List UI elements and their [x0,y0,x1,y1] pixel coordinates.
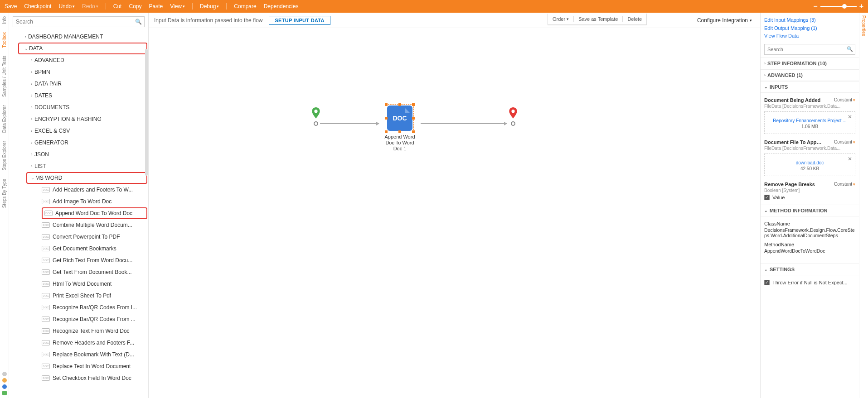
section-step-information[interactable]: ›STEP INFORMATION (10) [761,58,859,69]
cut-button[interactable]: Cut [113,3,122,10]
search-icon[interactable]: 🔍 [135,19,142,25]
tree-encryption[interactable]: ›ENCRYPTION & HASHING [9,113,148,125]
edit-output-mapping-link[interactable]: Edit Output Mapping (1) [764,24,855,33]
delete-button[interactable]: Delete [623,14,646,24]
section-advanced[interactable]: ›ADVANCED (1) [761,69,859,81]
doc-file-type: FileData [DecisionsFramework.Data... [764,146,855,151]
doc-file-filebox[interactable]: ✕ download.doc 42.50 KB [764,153,855,176]
zoom-control[interactable]: − + [813,2,863,10]
tree-generator[interactable]: ›GENERATOR [9,137,148,149]
status-icon [2,372,7,376]
tree-leaf[interactable]: DOCRemove Headers and Footers F... [9,337,148,349]
value-checkbox[interactable]: ✓Value [764,195,855,200]
steps-by-type-tab[interactable]: Steps By Type [1,178,8,209]
end-pin-icon [509,107,517,119]
save-button[interactable]: Save [5,3,17,10]
debug-menu[interactable]: Debug▾ [200,3,219,10]
view-flow-data-link[interactable]: View Flow Data [764,32,855,40]
tree-datapair[interactable]: ›DATA PAIR [9,78,148,90]
tree-list[interactable]: ›LIST [9,160,148,172]
tree-leaf[interactable]: DOCGet Text From Document Book... [9,266,148,278]
edit-input-mappings-link[interactable]: Edit Input Mappings (3) [764,16,855,24]
tree-dates[interactable]: ›DATES [9,90,148,101]
properties-search-input[interactable] [764,44,855,55]
tree-advanced[interactable]: ›ADVANCED [9,54,148,66]
data-explorer-tab[interactable]: Data Explorer [1,104,8,134]
save-as-template-button[interactable]: Save as Template [574,14,622,24]
scrollbar[interactable] [145,49,148,176]
append-word-doc-node[interactable]: DOC Append Word Doc To Word Doc 1 [381,104,418,152]
tree-excel[interactable]: ›EXCEL & CSV [9,125,148,137]
end-node[interactable] [509,107,517,126]
tree-leaf[interactable]: DOCRecognize Bar/QR Codes From ... [9,313,148,325]
tree-leaf[interactable]: DOCCombine Multiple Word Docum... [9,219,148,231]
methodname-value: AppendWordDocToWordDoc [764,248,855,254]
steps-explorer-tab[interactable]: Steps Explorer [1,140,8,172]
doc-added-constant-dropdown[interactable]: Constant▾ [834,97,855,102]
info-tab[interactable]: Info [1,15,8,25]
dependencies-button[interactable]: Dependencies [264,3,299,10]
checkpoint-button[interactable]: Checkpoint [24,3,51,10]
canvas-info-text: Input Data is information passed into th… [154,17,262,24]
paste-button[interactable]: Paste [149,3,163,10]
undo-button[interactable]: Undo▾ [58,3,75,10]
setup-input-data-button[interactable]: SETUP INPUT DATA [269,16,330,25]
tree-bpmn[interactable]: ›BPMN [9,66,148,78]
section-inputs[interactable]: ⌄INPUTS [761,81,859,93]
section-settings[interactable]: ⌄SETTINGS [761,264,859,275]
tree-leaf[interactable]: DOCAdd Image To Word Doc [9,196,148,207]
doc-file-constant-dropdown[interactable]: Constant▾ [834,139,855,144]
flow-canvas[interactable]: DOC Append Word Doc To Word Doc 1 [149,28,760,398]
toolbox-tab[interactable]: Toolbox [1,31,8,48]
configure-integration-dropdown[interactable]: Configure Integration▾ [697,17,755,24]
tree-leaf[interactable]: DOCPrint Excel Sheet To Pdf [9,290,148,302]
edge-start-to-doc [320,123,379,124]
properties-tab[interactable]: Properties [861,15,866,398]
start-node[interactable] [312,107,320,126]
node-caption: Append Word Doc To Word Doc 1 [381,134,418,152]
tree-leaf[interactable]: DOCRecognize Bar/QR Codes From I... [9,302,148,313]
redo-button[interactable]: Redo▾ [82,3,98,10]
right-rail: Properties [859,13,868,398]
toolbox-search-input[interactable] [13,16,145,27]
tree-leaf[interactable]: DOCReplace Text In Word Document [9,360,148,372]
doc-file-label: Document File To Appe... [764,139,823,145]
tree-leaf[interactable]: DOCGet Rich Text From Word Docu... [9,254,148,266]
tree-documents[interactable]: ›DOCUMENTS [9,101,148,113]
view-menu[interactable]: View▾ [170,3,185,10]
section-method-info[interactable]: ⌄METHOD INFORMATION [761,205,859,216]
close-icon[interactable]: ✕ [848,156,852,162]
doc-added-filebox[interactable]: ✕ Repository Enhancements Project ... 1.… [764,111,855,134]
classname-label: ClassName [764,221,855,226]
copy-button[interactable]: Copy [129,3,141,10]
remove-breaks-type: Boolean [System] [764,188,855,193]
tree-leaf-append-word-doc[interactable]: DOCAppend Word Doc To Word Doc [42,207,147,219]
tree-leaf[interactable]: DOCConvert Powerpoint To PDF [9,231,148,243]
zoom-out-icon[interactable]: − [813,2,817,10]
left-rail-tabs: Info Toolbox Samples / Unit Tests Data E… [0,13,9,398]
tree-leaf[interactable]: DOCHtml To Word Document [9,278,148,290]
tree-dashboard-mgmt[interactable]: ›DASHBOARD MANAGEMENT [9,31,148,43]
throw-error-checkbox[interactable]: ✓Throw Error if Null is Not Expect... [764,280,855,285]
tree-data[interactable]: ⌄DATA [18,43,147,54]
remove-breaks-constant-dropdown[interactable]: Constant▾ [834,182,855,187]
doc-added-label: Document Being Added [764,97,820,103]
samples-tab[interactable]: Samples / Unit Tests [1,55,8,98]
tree-leaf[interactable]: DOCRecognize Text From Word Doc [9,325,148,337]
tree-msword[interactable]: ⌄MS WORD [26,172,147,184]
search-icon[interactable]: 🔍 [847,46,853,52]
tree-leaf[interactable]: DOCAdd Headers and Footers To W... [9,184,148,196]
warning-icon [2,378,7,383]
close-icon[interactable]: ✕ [848,114,852,120]
node-context-bar: Order▾ Save as Template Delete [548,14,647,25]
ok-icon [2,391,7,395]
start-pin-icon [312,107,320,119]
tree-leaf[interactable]: DOCSet Checkbox Field In Word Doc [9,372,148,384]
tree-json[interactable]: ›JSON [9,149,148,160]
zoom-in-icon[interactable]: + [859,2,863,10]
tree-leaf[interactable]: DOCGet Document Bookmarks [9,243,148,254]
top-toolbar: Save Checkpoint Undo▾ Redo▾ Cut Copy Pas… [0,0,868,13]
order-dropdown[interactable]: Order▾ [548,14,573,24]
tree-leaf[interactable]: DOCReplace Bookmark With Text (D... [9,349,148,360]
compare-button[interactable]: Compare [234,3,256,10]
